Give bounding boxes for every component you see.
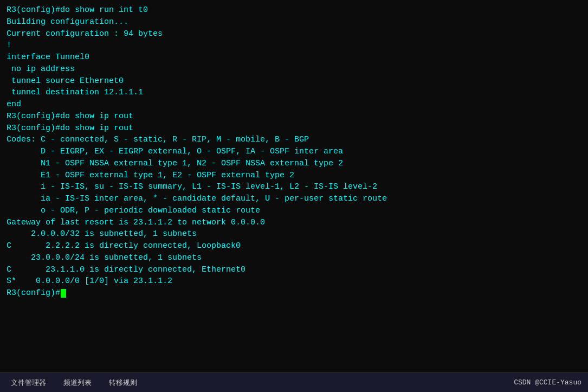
taskbar-left: 文件管理器频道列表转移规则 bbox=[7, 376, 141, 390]
taskbar-item[interactable]: 文件管理器 bbox=[7, 376, 50, 390]
terminal-line: R3(config)#do show run int t0 bbox=[7, 4, 581, 16]
terminal-line: Gateway of last resort is 23.1.1.2 to ne… bbox=[7, 217, 581, 229]
terminal-line: E1 - OSPF external type 1, E2 - OSPF ext… bbox=[7, 170, 581, 182]
taskbar-item[interactable]: 转移规则 bbox=[105, 376, 141, 390]
terminal-line: Codes: C - connected, S - static, R - RI… bbox=[7, 134, 581, 146]
terminal-cursor bbox=[61, 289, 66, 298]
terminal-line: R3(config)#do show ip rout bbox=[7, 123, 581, 134]
terminal-line: ! bbox=[7, 40, 581, 52]
terminal-line: no ip address bbox=[7, 63, 581, 75]
terminal-line: i - IS-IS, su - IS-IS summary, L1 - IS-I… bbox=[7, 181, 581, 193]
terminal-line: 2.0.0.0/32 is subnetted, 1 subnets bbox=[7, 228, 581, 240]
terminal-line: 23.0.0.0/24 is subnetted, 1 subnets bbox=[7, 252, 581, 264]
terminal-line: C 23.1.1.0 is directly connected, Ethern… bbox=[7, 264, 581, 276]
terminal-line: interface Tunnel0 bbox=[7, 52, 581, 63]
taskbar-item[interactable]: 频道列表 bbox=[59, 376, 96, 390]
terminal-line: tunnel source Ethernet0 bbox=[7, 75, 581, 87]
terminal-line: D - EIGRP, EX - EIGRP external, O - OSPF… bbox=[7, 146, 581, 158]
terminal-window: R3(config)#do show run int t0Building co… bbox=[0, 0, 588, 372]
terminal-line: ia - IS-IS inter area, * - candidate def… bbox=[7, 193, 581, 205]
taskbar-brand: CSDN @CCIE-Yasuo bbox=[514, 378, 581, 387]
terminal-line: N1 - OSPF NSSA external type 1, N2 - OSP… bbox=[7, 158, 581, 170]
terminal-line: R3(config)# bbox=[7, 287, 581, 299]
terminal-line: tunnel destination 12.1.1.1 bbox=[7, 87, 581, 99]
terminal-line: Current configuration : 94 bytes bbox=[7, 28, 581, 40]
terminal-line: end bbox=[7, 99, 581, 111]
taskbar: 文件管理器频道列表转移规则 CSDN @CCIE-Yasuo bbox=[0, 372, 588, 392]
terminal-line: S* 0.0.0.0/0 [1/0] via 23.1.1.2 bbox=[7, 275, 581, 287]
terminal-line: o - ODR, P - periodic downloaded static … bbox=[7, 205, 581, 217]
terminal-line: C 2.2.2.2 is directly connected, Loopbac… bbox=[7, 240, 581, 252]
terminal-line: Building configuration... bbox=[7, 16, 581, 28]
terminal-line: R3(config)#do show ip rout bbox=[7, 111, 581, 123]
